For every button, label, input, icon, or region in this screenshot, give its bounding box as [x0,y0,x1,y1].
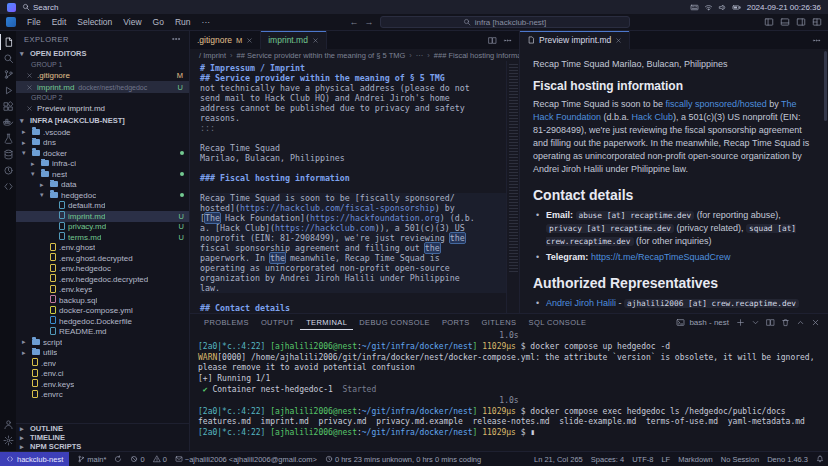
tree-file-envrc[interactable]: .envrc [16,390,189,401]
new-terminal-button[interactable] [736,318,745,327]
tree-folder-docker[interactable]: ▾docker [16,148,189,159]
status-sync[interactable] [110,452,126,466]
code-line[interactable]: ### Fiscal hosting information [200,173,506,183]
back-button[interactable]: ← [350,17,359,27]
close-icon[interactable] [26,84,33,91]
breadcrumb[interactable]: / Imprint›## Service provider within the… [190,49,519,61]
panel-tab-gitlens[interactable]: GITLENS [476,314,523,330]
status-mail[interactable]: ~ajhalili2006 <ajhalili2006@gmail.com> [171,452,321,466]
tree-folder-infra-ci[interactable]: ▸infra-ci [16,159,189,170]
layout-sidebar-icon[interactable] [764,17,774,27]
command-center-search[interactable]: infra [hackclub-nest] [380,16,630,28]
code-line[interactable]: Recap Time Squad is soon to be [fiscally… [200,193,506,203]
tree-file-backup-sql[interactable]: backup.sql [16,295,189,306]
code-line[interactable]: not technically have a physical address … [200,83,506,93]
status-clock[interactable]: 0 hrs 23 mins unknown, 0 hrs 0 mins codi… [321,452,485,466]
open-editors-section-header[interactable]: ▾ OPEN EDITORS [16,47,189,60]
code-line[interactable]: # Impressum / Imprint [200,63,506,73]
tab-imprint-md[interactable]: imprint.md [261,31,327,49]
terminal-output[interactable]: 1.0s[2a0|*c.:4:22] [ajhalili2006@nest:~/… [190,330,828,451]
code-line[interactable]: organization by Andrei Jiroh Halili unde… [200,273,506,283]
code-line[interactable]: [The Hack Foundation](https://hackfounda… [200,213,506,223]
tree-file-imprint-md[interactable]: imprint.mdU [16,211,189,222]
layout-right-icon[interactable] [796,17,806,27]
menu-edit[interactable]: Edit [47,16,72,28]
open-editor-preview-imprint-md[interactable]: Preview imprint.md [16,102,189,114]
panel-tab-debug-console[interactable]: DEBUG CONSOLE [353,314,436,330]
close-icon[interactable] [615,37,622,44]
remote-explorer-icon[interactable] [0,178,16,194]
tree-file-env-ghost[interactable]: .env.ghost [16,243,189,254]
layout-panel-icon[interactable] [780,17,790,27]
menu-go[interactable]: Go [148,16,169,28]
tree-folder-script[interactable]: ▸script [16,337,189,348]
code-line[interactable]: reasons. [200,113,506,123]
menu-run[interactable]: Run [170,16,196,28]
tree-file-terms-md[interactable]: terms.mdU [16,232,189,243]
code-editor[interactable]: # Impressum / Imprint## Service provider… [190,61,506,313]
code-line[interactable] [200,163,506,173]
menu-file[interactable]: File [22,16,46,28]
split-terminal-button[interactable] [766,318,775,327]
explorer-icon[interactable] [0,34,16,50]
tree-file-env-ghost-decrypted[interactable]: .env.ghost.decrypted [16,253,189,264]
tree-file-readme-md[interactable]: README.md [16,327,189,338]
code-line[interactable]: hosted](https://hackclub.com/fiscal-spon… [200,203,506,213]
status-no-session[interactable]: No Session [717,452,763,466]
system-app-icon[interactable] [7,3,16,12]
status-ln-21-col-265[interactable]: Ln 21, Col 265 [530,452,587,466]
docker-icon[interactable] [0,114,16,130]
menu-item[interactable]: ··· [197,16,216,28]
breadcrumb-item[interactable]: / Imprint [199,51,226,60]
section-npm-scripts[interactable]: ▸NPM SCRIPTS [16,442,189,451]
system-tray[interactable] [690,3,741,12]
status-utf-8[interactable]: UTF-8 [628,452,657,466]
code-line[interactable]: operating as unincorporated non-profit o… [200,263,506,273]
customize-layout-icon[interactable] [812,17,822,27]
panel-tab-ports[interactable]: PORTS [436,314,476,330]
tree-file-env[interactable]: .env [16,358,189,369]
code-line[interactable]: Recap Time Squad [200,143,506,153]
status-warning[interactable]: 0 [149,452,171,466]
account-icon[interactable] [0,416,16,432]
preview-link[interactable]: https://t.me/RecapTimeSquadCrew [591,252,731,262]
close-panel-button[interactable] [811,318,820,327]
tree-file-default-md[interactable]: default.md [16,201,189,212]
more-actions-button[interactable] [812,36,821,45]
minimap[interactable] [506,61,519,313]
maximize-panel-button[interactable] [796,318,805,327]
source-control-icon[interactable] [0,66,16,82]
status-error[interactable]: 0 [126,452,148,466]
status-spaces-4[interactable]: Spaces: 4 [587,452,628,466]
close-icon[interactable] [246,37,253,44]
tab-gitignore[interactable]: .gitignoreM [190,31,261,49]
panel-tab-sql-console[interactable]: SQL CONSOLE [523,314,593,330]
tree-folder-vscode[interactable]: ▸.vscode [16,127,189,138]
tree-file-env-keys[interactable]: .env.keys [16,285,189,296]
status-branch[interactable]: main* [73,452,110,466]
status-lf[interactable]: LF [657,452,674,466]
preview-link[interactable]: fiscally sponsored/hosted [666,99,767,109]
panel-tab-output[interactable]: OUTPUT [255,314,300,330]
kill-terminal-button[interactable] [781,318,790,327]
code-line[interactable]: fiscal sponsorship agreement and filling… [200,243,506,253]
more-actions-button[interactable] [503,36,512,45]
menu-view[interactable]: View [118,16,146,28]
tree-folder-hedgedoc[interactable]: ▾hedgedoc [16,190,189,201]
tree-file-privacy-md[interactable]: privacy.mdU [16,222,189,233]
tree-folder-nest[interactable]: ▾nest [16,169,189,180]
code-line[interactable]: ## Service provider within the meaning o… [200,73,506,83]
code-line[interactable]: send mail to Hack Club HQ) and Andrei Ji… [200,93,506,103]
run-debug-icon[interactable] [0,82,16,98]
remote-indicator[interactable]: hackclub-nest [0,452,69,466]
terminal-picker-button[interactable] [751,318,760,327]
explorer-actions-button[interactable] [171,34,181,44]
testing-icon[interactable] [0,130,16,146]
code-line[interactable]: ::: [200,123,506,133]
breadcrumb-item[interactable]: ### Fiscal hosting information [434,51,519,60]
status-markdown[interactable]: Markdown [674,452,717,466]
close-icon[interactable] [26,72,33,79]
tree-file-env-hedgedoc-decrypted[interactable]: .env.hedgedoc.decrypted [16,274,189,285]
code-line[interactable]: law. [200,283,506,293]
code-line[interactable]: a. [Hack Club](https://hackclub.com)), a… [200,223,506,233]
